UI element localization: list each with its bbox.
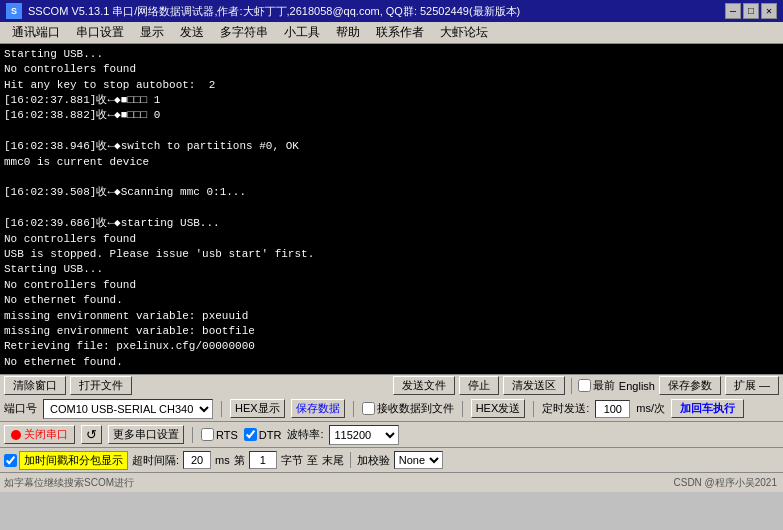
rts-label: RTS [216, 429, 238, 441]
dtr-checkbox[interactable] [244, 428, 257, 441]
more-settings-button[interactable]: 更多串口设置 [108, 425, 184, 444]
add-interval-text: 加时间戳和分包显示 [19, 451, 128, 470]
clear-window-button[interactable]: 清除窗口 [4, 376, 66, 395]
separator4 [462, 401, 463, 417]
menu-contact[interactable]: 联系作者 [368, 22, 432, 43]
checksum-label: 加校验 [357, 453, 390, 468]
menu-comm-port[interactable]: 通讯端口 [4, 22, 68, 43]
rts-checkbox[interactable] [201, 428, 214, 441]
page-label: 第 [234, 453, 245, 468]
minimize-button[interactable]: — [725, 3, 741, 19]
dtr-checkbox-label[interactable]: DTR [244, 428, 282, 441]
menu-help[interactable]: 帮助 [328, 22, 368, 43]
end-label: 末尾 [322, 453, 344, 468]
recv-to-file-text: 接收数据到文件 [377, 401, 454, 416]
menu-display[interactable]: 显示 [132, 22, 172, 43]
separator6 [192, 427, 193, 443]
baud-label: 波特率: [287, 427, 323, 442]
separator1 [571, 378, 572, 394]
timed-send-label: 定时发送: [542, 401, 589, 416]
toolbar-row3: 关闭串口 ↺ 更多串口设置 RTS DTR 波特率: 115200 [0, 422, 783, 448]
app-title: SSCOM V5.13.1 串口/网络数据调试器,作者:大虾丁丁,2618058… [28, 4, 520, 19]
page-input[interactable] [249, 451, 277, 469]
add-interval-checkbox-label[interactable]: 加时间戳和分包显示 [4, 451, 128, 470]
expand-button[interactable]: 扩展 — [725, 376, 779, 395]
close-port-button[interactable]: 关闭串口 [4, 425, 75, 444]
add-return-button[interactable]: 加回车执行 [671, 399, 744, 418]
separator5 [533, 401, 534, 417]
maximize-button[interactable]: □ [743, 3, 759, 19]
toolbar-row4: 加时间戳和分包显示 超时间隔: ms 第 字节 至 末尾 加校验 None [0, 448, 783, 472]
dtr-label: DTR [259, 429, 282, 441]
title-bar: S SSCOM V5.13.1 串口/网络数据调试器,作者:大虾丁丁,26180… [0, 0, 783, 22]
timed-send-unit: ms/次 [636, 401, 665, 416]
port-select[interactable]: COM10 USB-SERIAL CH340 [43, 399, 213, 419]
english-label: English [619, 380, 655, 392]
save-data-button[interactable]: 保存数据 [291, 399, 345, 418]
refresh-button[interactable]: ↺ [81, 425, 102, 444]
save-params-button[interactable]: 保存参数 [659, 376, 721, 395]
port-number-label: 端口号 [4, 401, 37, 416]
toolbar-row1: 清除窗口 打开文件 发送文件 停止 清发送区 最前 English 保存参数 扩… [0, 374, 783, 396]
recv-to-file-label[interactable]: 接收数据到文件 [362, 401, 454, 416]
menu-tools[interactable]: 小工具 [276, 22, 328, 43]
timeout-input[interactable] [183, 451, 211, 469]
menu-send[interactable]: 发送 [172, 22, 212, 43]
add-interval-checkbox[interactable] [4, 454, 17, 467]
latest-checkbox[interactable] [578, 379, 591, 392]
app-icon: S [6, 3, 22, 19]
timed-send-input[interactable] [595, 400, 630, 418]
close-button[interactable]: ✕ [761, 3, 777, 19]
open-file-button[interactable]: 打开文件 [70, 376, 132, 395]
latest-label: 最前 [593, 378, 615, 393]
close-port-label: 关闭串口 [24, 427, 68, 442]
separator3 [353, 401, 354, 417]
byte-label: 字节 [281, 453, 303, 468]
red-status-dot [11, 430, 21, 440]
baud-rate-select[interactable]: 115200 [329, 425, 399, 445]
separator2 [221, 401, 222, 417]
csdn-text: CSDN @程序小吴2021 [673, 476, 777, 490]
to-label: 至 [307, 453, 318, 468]
hex-send-button[interactable]: HEX发送 [471, 399, 526, 418]
title-bar-controls: — □ ✕ [725, 3, 777, 19]
title-bar-left: S SSCOM V5.13.1 串口/网络数据调试器,作者:大虾丁丁,26180… [6, 3, 520, 19]
hex-display-button[interactable]: HEX显示 [230, 399, 285, 418]
menu-forum[interactable]: 大虾论坛 [432, 22, 496, 43]
stop-button[interactable]: 停止 [459, 376, 499, 395]
status-bar: 如字幕位继续搜索SCOM进行 CSDN @程序小吴2021 [0, 472, 783, 492]
send-file-button[interactable]: 发送文件 [393, 376, 455, 395]
separator7 [350, 452, 351, 468]
timeout-label: 超时间隔: [132, 453, 179, 468]
clear-send-button[interactable]: 清发送区 [503, 376, 565, 395]
menu-bar: 通讯端口 串口设置 显示 发送 多字符串 小工具 帮助 联系作者 大虾论坛 [0, 22, 783, 44]
terminal-output[interactable]: MMC: SUNXI SD/MMC: 0 SF: unrecognized JE… [0, 44, 783, 374]
timeout-unit: ms [215, 454, 230, 466]
status-bottom-text: 如字幕位继续搜索SCOM进行 [4, 476, 134, 490]
recv-to-file-checkbox[interactable] [362, 402, 375, 415]
rts-checkbox-label[interactable]: RTS [201, 428, 238, 441]
toolbar-row2: 端口号 COM10 USB-SERIAL CH340 HEX显示 保存数据 接收… [0, 396, 783, 422]
terminal-container: MMC: SUNXI SD/MMC: 0 SF: unrecognized JE… [0, 44, 783, 374]
latest-checkbox-label[interactable]: 最前 [578, 378, 615, 393]
menu-serial-settings[interactable]: 串口设置 [68, 22, 132, 43]
menu-multistring[interactable]: 多字符串 [212, 22, 276, 43]
checksum-select[interactable]: None [394, 451, 443, 469]
